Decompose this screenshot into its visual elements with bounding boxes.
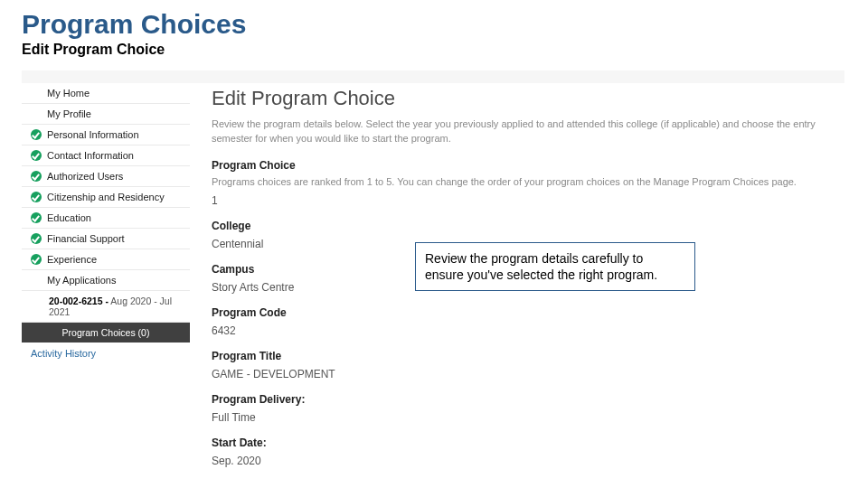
sidebar-item-label: Experience	[47, 254, 97, 265]
sidebar-item-experience[interactable]: Experience	[22, 249, 190, 270]
label-program-choice: Program Choice	[212, 159, 830, 172]
sidebar-item-myprofile[interactable]: My Profile	[22, 104, 190, 125]
check-icon	[31, 150, 42, 161]
sidebar-item-myhome[interactable]: My Home	[22, 83, 190, 104]
sidebar-item-education[interactable]: Education	[22, 208, 190, 229]
sidebar: My Home My Profile Personal Information …	[22, 83, 190, 468]
annotation-callout: Review the program details carefully to …	[415, 242, 695, 291]
value-program-title: GAME - DEVELOPMENT	[212, 368, 830, 380]
sidebar-item-label: Authorized Users	[47, 171, 123, 182]
sidebar-item-label: My Applications	[47, 275, 116, 286]
page-title: Edit Program Choice	[212, 87, 830, 110]
label-college: College	[212, 220, 830, 232]
sidebar-item-contact[interactable]: Contact Information	[22, 145, 190, 166]
value-program-code: 6432	[212, 324, 830, 337]
check-icon	[31, 192, 42, 202]
slide-title: Program Choices	[0, 0, 868, 42]
label-delivery: Program Delivery:	[212, 393, 830, 406]
check-icon	[31, 233, 42, 244]
sidebar-item-financial[interactable]: Financial Support	[22, 229, 190, 249]
sidebar-item-label: Education	[47, 212, 91, 223]
value-delivery: Full Time	[212, 411, 830, 424]
sidebar-item-label: My Profile	[47, 108, 91, 119]
value-program-choice: 1	[212, 194, 830, 207]
sidebar-item-personal[interactable]: Personal Information	[22, 125, 190, 145]
app-screenshot: My Home My Profile Personal Information …	[22, 70, 844, 468]
check-icon	[31, 171, 42, 182]
check-icon	[31, 129, 42, 140]
sidebar-item-applications[interactable]: My Applications	[22, 270, 190, 291]
page-description: Review the program details below. Select…	[212, 117, 830, 146]
sidebar-item-label: Financial Support	[47, 233, 125, 244]
sidebar-item-label: My Home	[47, 88, 90, 99]
slide-subtitle: Edit Program Choice	[0, 42, 868, 70]
value-start-date: Sep. 2020	[212, 455, 830, 467]
sidebar-item-program-choices[interactable]: Program Choices (0)	[22, 323, 190, 343]
label-start-date: Start Date:	[212, 436, 830, 449]
check-icon	[31, 212, 42, 223]
check-icon	[31, 254, 42, 265]
sidebar-item-label: Personal Information	[47, 129, 139, 140]
label-program-title: Program Title	[212, 350, 830, 362]
sidebar-item-activity[interactable]: Activity History	[22, 343, 190, 364]
help-program-choice: Programs choices are ranked from 1 to 5.…	[212, 175, 830, 189]
sidebar-item-citizenship[interactable]: Citizenship and Residency	[22, 187, 190, 208]
sidebar-application-line[interactable]: 20-002-6215 - Aug 2020 - Jul 2021	[22, 291, 190, 323]
sidebar-item-label: Contact Information	[47, 150, 134, 161]
sidebar-item-authorized[interactable]: Authorized Users	[22, 166, 190, 187]
sidebar-item-label: Citizenship and Residency	[47, 192, 165, 202]
label-program-code: Program Code	[212, 306, 830, 319]
